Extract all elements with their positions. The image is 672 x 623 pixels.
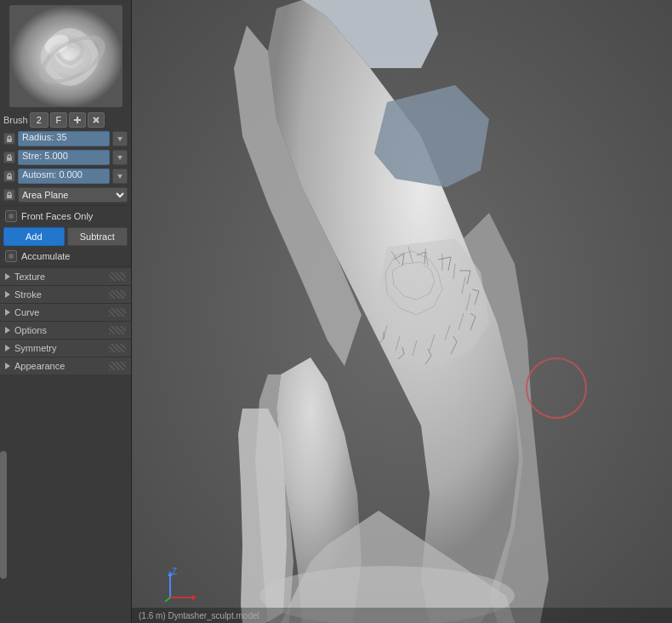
status-text: (1.6 m) Dyntasher_sculpt.model [139, 611, 259, 620]
add-button[interactable]: Add [3, 227, 65, 246]
sidebar-sections: Texture Stroke Curve Options Symmetry Ap… [0, 267, 131, 623]
svg-rect-0 [10, 6, 122, 107]
accumulate-row: Accumulate [0, 248, 131, 265]
stroke-label: Stroke [14, 289, 42, 300]
axes-indicator: Z X Y [153, 568, 196, 602]
accumulate-label: Accumulate [21, 251, 70, 261]
normal-plane-select[interactable]: Area Plane [18, 187, 128, 203]
curve-arrow [5, 309, 10, 316]
radius-slider[interactable]: Radius: 35 [18, 131, 110, 146]
appearance-arrow [5, 363, 10, 369]
svg-rect-6 [7, 139, 12, 142]
accumulate-checkbox[interactable] [5, 250, 17, 262]
strength-arrow[interactable] [112, 150, 128, 165]
strength-row: Stre: 5.000 [0, 148, 131, 167]
section-symmetry[interactable]: Symmetry [0, 339, 131, 357]
main-viewport[interactable]: Z X Y (1.6 m) Dyntasher_sculpt.model [132, 0, 672, 623]
brush-plus-button[interactable] [69, 112, 86, 128]
radius-row: Radius: 35 [0, 129, 131, 148]
svg-marker-9 [117, 156, 122, 160]
subtract-button[interactable]: Subtract [67, 227, 128, 246]
autosmooth-slider[interactable]: Autosm: 0.000 [18, 169, 110, 184]
brush-f-button[interactable]: F [50, 112, 67, 128]
svg-line-36 [157, 597, 170, 602]
svg-rect-10 [7, 176, 12, 180]
radius-lock[interactable] [3, 133, 15, 145]
strength-lock[interactable] [3, 151, 15, 163]
stroke-arrow [5, 291, 10, 298]
addsub-row: Add Subtract [0, 226, 131, 248]
section-stroke[interactable]: Stroke [0, 285, 131, 303]
autosmooth-arrow[interactable] [112, 169, 128, 184]
normal-lock[interactable] [3, 189, 15, 201]
svg-marker-7 [117, 137, 122, 141]
symmetry-label: Symmetry [14, 343, 57, 353]
radius-arrow[interactable] [112, 131, 128, 146]
section-appearance[interactable]: Appearance [0, 357, 131, 374]
brush-preview [9, 5, 122, 107]
autosmooth-row: Autosm: 0.000 [0, 167, 131, 186]
curve-label: Curve [14, 307, 39, 317]
sidebar: Brush 2 F Radius: 35 Stre: 5.000 [0, 0, 132, 623]
autosmooth-lock[interactable] [3, 170, 15, 182]
sidebar-scrollbar-thumb[interactable] [0, 451, 7, 579]
svg-point-13 [9, 214, 14, 219]
status-bar: (1.6 m) Dyntasher_sculpt.model [132, 608, 672, 623]
sculpture-viewport [132, 0, 672, 623]
svg-rect-12 [7, 195, 12, 198]
texture-arrow [5, 273, 10, 280]
front-faces-checkbox[interactable] [5, 210, 17, 222]
section-curve[interactable]: Curve [0, 303, 131, 321]
symmetry-arrow [5, 345, 10, 352]
brush-number[interactable]: 2 [30, 112, 48, 128]
texture-label: Texture [14, 271, 45, 282]
brush-toolbar: Brush 2 F [0, 111, 131, 129]
strength-slider[interactable]: Stre: 5.000 [18, 150, 110, 165]
normal-plane-row: Area Plane [0, 186, 131, 204]
options-arrow [5, 327, 10, 334]
brush-x-button[interactable] [88, 112, 105, 128]
svg-rect-8 [7, 157, 12, 161]
svg-text:Y: Y [153, 601, 159, 602]
front-faces-row: Front Faces Only [0, 207, 131, 226]
section-texture[interactable]: Texture [0, 267, 131, 285]
svg-point-14 [9, 254, 14, 259]
section-options[interactable]: Options [0, 321, 131, 339]
options-label: Options [14, 325, 47, 335]
svg-text:X: X [194, 596, 196, 602]
svg-marker-11 [117, 174, 122, 179]
front-faces-label: Front Faces Only [21, 211, 93, 221]
brush-label: Brush [3, 115, 28, 125]
appearance-label: Appearance [14, 361, 65, 371]
svg-text:Z: Z [172, 568, 177, 576]
